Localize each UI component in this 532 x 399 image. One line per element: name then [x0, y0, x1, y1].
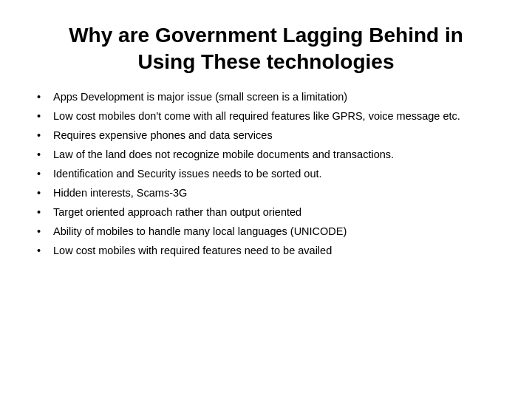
bullet-symbol: •: [37, 166, 50, 182]
bullet-symbol: •: [37, 147, 50, 163]
list-item: •Ability of mobiles to handle many local…: [37, 224, 495, 239]
slide-title: Why are Government Lagging Behind in Usi…: [37, 22, 495, 76]
bullet-text: Identification and Security issues needs…: [53, 166, 495, 182]
bullet-text: Requires expensive phones and data servi…: [53, 128, 495, 143]
title-line1: Why are Government Lagging Behind in: [69, 24, 463, 47]
bullet-symbol: •: [37, 224, 50, 239]
list-item: •Law of the land does not recognize mobi…: [37, 147, 495, 163]
bullet-text: Apps Development is major issue (small s…: [53, 89, 495, 105]
bullet-symbol: •: [37, 109, 50, 124]
list-item: •Low cost mobiles don't come with all re…: [37, 109, 495, 124]
bullet-text: Ability of mobiles to handle many local …: [53, 224, 495, 239]
list-item: •Apps Development is major issue (small …: [37, 89, 495, 105]
title-line2: Using These technologies: [138, 50, 395, 73]
bullet-text: Target oriented approach rather than out…: [53, 205, 495, 220]
bullet-text: Low cost mobiles don't come with all req…: [53, 109, 495, 124]
bullet-text: Low cost mobiles with required features …: [53, 243, 495, 259]
list-item: •Requires expensive phones and data serv…: [37, 128, 495, 143]
bullet-symbol: •: [37, 185, 50, 201]
bullet-text: Law of the land does not recognize mobil…: [53, 147, 495, 163]
bullet-text: Hidden interests, Scams-3G: [53, 185, 495, 201]
list-item: •Identification and Security issues need…: [37, 166, 495, 182]
bullet-symbol: •: [37, 243, 50, 259]
bullet-list: •Apps Development is major issue (small …: [37, 89, 495, 384]
bullet-symbol: •: [37, 128, 50, 143]
list-item: •Hidden interests, Scams-3G: [37, 185, 495, 201]
list-item: •Low cost mobiles with required features…: [37, 243, 495, 259]
bullet-symbol: •: [37, 205, 50, 220]
list-item: •Target oriented approach rather than ou…: [37, 205, 495, 220]
bullet-symbol: •: [37, 89, 50, 105]
slide: Why are Government Lagging Behind in Usi…: [0, 0, 532, 399]
